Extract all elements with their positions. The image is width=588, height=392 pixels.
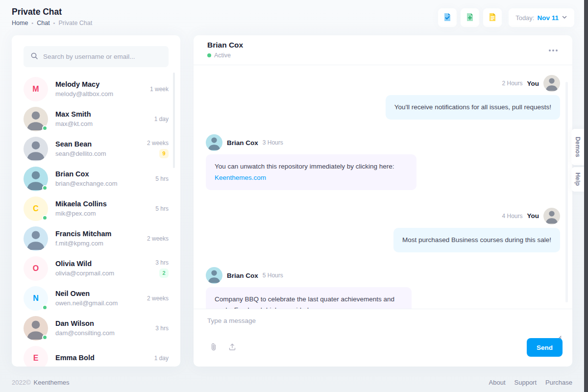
contact-name[interactable]: Max Smith bbox=[55, 110, 147, 119]
contact-row-olivia-wild[interactable]: O Olivia Wildolivia@corpmail.com 3 hrs2 bbox=[24, 253, 169, 283]
avatar bbox=[24, 226, 48, 251]
contact-email: max@kt.com bbox=[55, 120, 147, 127]
contact-row-brian-cox[interactable]: Brian Coxbrian@exchange.com 5 hrs bbox=[24, 164, 169, 194]
message-bubble: Company BBQ to celebrate the last quater… bbox=[206, 287, 412, 309]
contact-name[interactable]: Emma Bold bbox=[55, 354, 147, 362]
message-outgoing: 4 Hours You Most purchased Business cour… bbox=[206, 208, 560, 252]
help-tab[interactable]: Help bbox=[571, 167, 584, 192]
contact-row-francis-mitcham[interactable]: Francis Mitchamf.mit@kpmg.com 2 weeks bbox=[24, 223, 169, 253]
breadcrumb-chat[interactable]: Chat bbox=[37, 20, 49, 26]
contacts-panel: M Melody Macymelody@altbox.com 1 week Ma… bbox=[12, 35, 180, 367]
message-bubble: You'll receive notifications for all iss… bbox=[386, 95, 560, 120]
contact-row-max-smith[interactable]: Max Smithmax@kt.com 1 day bbox=[24, 104, 169, 134]
message-incoming: Brian Cox 5 Hours Company BBQ to celebra… bbox=[206, 267, 560, 309]
contact-email: f.mit@kpmg.com bbox=[55, 240, 140, 247]
private-chat-page: Private Chat Home • Chat • Private Chat … bbox=[0, 0, 588, 392]
message-sender: You bbox=[527, 212, 539, 220]
avatar-initial: E bbox=[33, 354, 39, 363]
send-button[interactable]: Send bbox=[527, 338, 563, 357]
contact-row-neil-owen[interactable]: N Neil Owenowen.neil@gmail.com 2 weeks bbox=[24, 283, 169, 313]
message-time: 2 Hours bbox=[502, 80, 522, 87]
message-list: 2 Hours You You'll receive notifications… bbox=[194, 66, 572, 309]
chat-panel: Brian Cox Active 2 Hours You You'll rece… bbox=[194, 35, 572, 367]
avatar: M bbox=[24, 77, 48, 101]
search-icon bbox=[30, 52, 38, 62]
contact-time: 5 hrs bbox=[155, 175, 169, 182]
avatar bbox=[543, 208, 560, 224]
contact-time: 5 hrs bbox=[155, 205, 169, 212]
upload-icon bbox=[228, 343, 237, 353]
footer-link-support[interactable]: Support bbox=[514, 379, 537, 386]
upload-button[interactable] bbox=[226, 341, 239, 355]
contact-name[interactable]: Melody Macy bbox=[55, 80, 143, 89]
contact-row-melody-macy[interactable]: M Melody Macymelody@altbox.com 1 week bbox=[24, 74, 169, 104]
date-label: Today: bbox=[515, 14, 534, 22]
contact-name[interactable]: Mikaela Collins bbox=[55, 200, 148, 208]
contact-email: mik@pex.com bbox=[55, 210, 148, 217]
footer-link-purchase[interactable]: Purchase bbox=[545, 379, 572, 386]
breadcrumb-home[interactable]: Home bbox=[12, 20, 28, 26]
date-value: Nov 11 bbox=[537, 14, 559, 22]
message-sender: You bbox=[527, 80, 539, 87]
contact-time: 2 weeks bbox=[147, 295, 169, 302]
footer-link-about[interactable]: About bbox=[489, 379, 506, 386]
online-dot bbox=[42, 215, 48, 220]
breadcrumb-separator: • bbox=[53, 20, 55, 26]
attach-file-button[interactable] bbox=[207, 341, 220, 355]
page-title: Private Chat bbox=[12, 7, 62, 17]
avatar: E bbox=[24, 346, 48, 367]
date-picker-button[interactable]: Today: Nov 11 bbox=[509, 8, 574, 27]
online-dot bbox=[42, 305, 48, 310]
contact-search bbox=[24, 46, 169, 67]
online-dot bbox=[42, 125, 48, 131]
contact-name[interactable]: Olivia Wild bbox=[55, 260, 148, 268]
file-check-icon bbox=[442, 12, 452, 24]
avatar-initial: M bbox=[32, 85, 39, 94]
message-incoming: Brian Cox 3 Hours You can unwatch this r… bbox=[206, 134, 560, 190]
contact-time: 1 week bbox=[150, 86, 169, 93]
avatar bbox=[24, 137, 48, 161]
chat-peer-name[interactable]: Brian Cox bbox=[207, 41, 559, 49]
contact-list: M Melody Macymelody@altbox.com 1 week Ma… bbox=[24, 74, 169, 367]
keenthemes-link[interactable]: Keenthemes.com bbox=[215, 174, 266, 181]
contact-email: brian@exchange.com bbox=[55, 180, 148, 187]
file-lines-button[interactable] bbox=[483, 8, 502, 27]
file-lines-icon bbox=[488, 12, 497, 24]
contact-email: sean@dellito.com bbox=[55, 150, 140, 157]
message-input[interactable] bbox=[207, 317, 545, 339]
contact-email: owen.neil@gmail.com bbox=[55, 299, 140, 307]
contact-email: dam@consilting.com bbox=[55, 329, 148, 337]
contact-name[interactable]: Neil Owen bbox=[55, 290, 140, 298]
active-status-label: Active bbox=[214, 52, 231, 59]
chat-header: Brian Cox Active bbox=[194, 35, 572, 65]
contact-name[interactable]: Dan Wilson bbox=[55, 319, 148, 328]
contact-row-dan-wilson[interactable]: Dan Wilsondam@consilting.com 3 hrs bbox=[24, 313, 169, 343]
message-outgoing: 2 Hours You You'll receive notifications… bbox=[206, 75, 560, 120]
message-time: 3 Hours bbox=[263, 139, 283, 146]
contact-row-sean-bean[interactable]: Sean Beansean@dellito.com 2 weeks9 bbox=[24, 134, 169, 164]
contact-name[interactable]: Brian Cox bbox=[55, 170, 148, 178]
contacts-scrollbar[interactable] bbox=[173, 73, 175, 168]
copyright-text: 2022© bbox=[12, 379, 31, 386]
keenthemes-footer-link[interactable]: Keenthemes bbox=[34, 379, 70, 386]
contact-row-mikaela-collins[interactable]: C Mikaela Collinsmik@pex.com 5 hrs bbox=[24, 194, 169, 223]
message-bubble: You can unwatch this repository immediat… bbox=[206, 154, 416, 190]
file-plus-button[interactable] bbox=[461, 8, 479, 27]
message-bubble: Most purchased Business courses during t… bbox=[393, 228, 560, 252]
contact-name[interactable]: Francis Mitcham bbox=[55, 230, 140, 238]
file-check-button[interactable] bbox=[438, 8, 457, 27]
avatar bbox=[24, 107, 48, 131]
contact-name[interactable]: Sean Bean bbox=[55, 140, 140, 148]
search-input[interactable] bbox=[43, 53, 162, 60]
avatar bbox=[24, 167, 48, 191]
contact-time: 3 hrs bbox=[155, 259, 169, 266]
demos-tab[interactable]: Demos bbox=[571, 129, 584, 165]
messages-scrollbar[interactable] bbox=[565, 82, 568, 302]
contact-row-emma-bold[interactable]: E Emma Bold 1 day bbox=[24, 343, 169, 367]
page-scrollbar[interactable] bbox=[584, 0, 588, 392]
page-footer: 2022© Keenthemes About Support Purchase bbox=[12, 379, 572, 386]
contact-time: 2 weeks bbox=[147, 235, 169, 242]
avatar bbox=[206, 134, 222, 151]
avatar bbox=[543, 75, 560, 92]
chat-options-button[interactable] bbox=[547, 46, 560, 55]
